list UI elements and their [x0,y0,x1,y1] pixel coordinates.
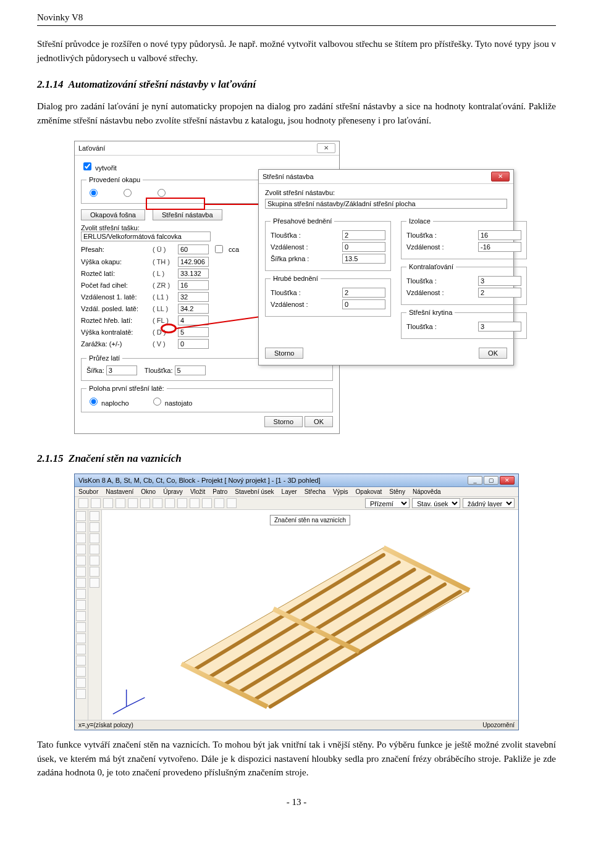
tool-icon[interactable] [76,589,86,599]
menu-item[interactable]: Opakovat [356,488,382,495]
tool-icon[interactable] [76,545,86,554]
select-stavusek[interactable]: Stav. úsek [412,498,460,508]
input-izo-vz[interactable] [478,242,521,252]
tool-icon[interactable] [76,600,86,610]
tool-icon[interactable] [90,556,99,565]
menu-item[interactable]: Výpis [333,488,348,495]
menu-item[interactable]: Layer [282,488,297,495]
close-icon[interactable]: ✕ [500,476,515,485]
btn-ok-left[interactable]: OK [305,416,333,427]
tool-icon[interactable] [90,533,99,543]
close-icon[interactable]: ✕ [491,172,510,182]
input-kontra-tl[interactable] [478,276,521,286]
minimize-icon[interactable]: _ [468,476,482,485]
group-izolace: Izolace Tloušťka : Vzdálenost : [401,217,527,259]
menu-item[interactable]: Okno [141,488,156,495]
app-statusbar: x=,y=(získat polozy) Upozornění [75,720,518,730]
menu-item[interactable]: Vložit [190,488,205,495]
menu-item[interactable]: Stavební úsek [235,488,274,495]
select-prizemi[interactable]: Přízemí [365,498,410,508]
toolbar-icon[interactable] [116,498,125,508]
radio-okap-2[interactable] [120,187,133,198]
menu-item[interactable]: Patro [212,488,227,495]
toolbar-icon[interactable] [214,498,224,508]
toolbar-icon[interactable] [177,498,187,508]
tool-icon[interactable] [90,545,99,554]
tool-icon[interactable] [76,678,86,688]
input-5[interactable] [178,304,209,314]
menu-item[interactable]: Soubor [78,488,98,495]
toolbar-icon[interactable] [91,498,101,508]
tool-icon[interactable] [90,522,99,532]
checkbox-vytvorit[interactable]: vytvořit [81,164,117,172]
sec2-num: 2.1.15 [37,453,64,464]
tool-icon[interactable] [76,622,86,632]
tool-icon[interactable] [76,567,86,577]
btn-ok-right[interactable]: OK [479,348,507,359]
input-hrube-tl[interactable] [342,288,385,298]
input-izo-tl[interactable] [478,230,521,240]
menu-item[interactable]: Stěny [389,488,405,495]
row-6: Rozteč hřeb. latí:( FL ) [81,315,266,325]
toolbar-icon[interactable] [103,498,113,508]
input-presah-sir[interactable] [342,254,385,264]
input-8[interactable] [178,339,209,349]
input-select-nastavbu[interactable] [265,199,507,209]
radio-okap-1[interactable] [86,187,99,198]
input-kryt-tl[interactable] [478,322,521,332]
tool-icon[interactable] [76,511,86,521]
input-presah-tl[interactable] [342,230,385,240]
tool-icon[interactable] [90,567,99,577]
input-presah-vz[interactable] [342,242,385,252]
tool-icon[interactable] [76,556,86,565]
checkbox-vytvorit-box[interactable] [83,162,91,170]
menu-item[interactable]: Nastavení [106,488,133,495]
maximize-icon[interactable]: ▢ [484,476,498,485]
toolbar-icon[interactable] [202,498,212,508]
menu-item[interactable]: Nápověda [413,488,441,495]
select-layer[interactable]: žádný layer [463,498,515,508]
btn-okapova-fosna[interactable]: Okapová fošna [81,209,145,220]
tool-icon[interactable] [90,511,99,521]
input-0[interactable] [178,244,209,254]
tool-icon[interactable] [90,578,99,588]
input-7[interactable] [178,327,209,337]
input-tasku[interactable] [81,232,211,241]
toolbar-icon[interactable] [128,498,138,508]
menu-item[interactable]: Úpravy [163,488,183,495]
input-6[interactable] [178,315,209,325]
tool-icon[interactable] [76,689,86,699]
tool-icon[interactable] [76,522,86,532]
tool-icon[interactable] [76,533,86,543]
input-2[interactable] [178,269,209,278]
canvas-3d-view[interactable]: Značení stěn na vaznicích [102,510,518,720]
input-sirka[interactable] [106,365,137,375]
tool-icon[interactable] [76,667,86,677]
input-tloustka[interactable] [175,365,206,375]
radio-naplocho[interactable]: naplocho [86,396,129,407]
tool-icon[interactable] [76,611,86,621]
toolbar-icon[interactable] [78,498,88,508]
input-4[interactable] [178,292,209,302]
tool-icon[interactable] [76,578,86,588]
input-1[interactable] [178,257,209,267]
close-icon[interactable]: ✕ [317,143,335,153]
radio-okap-3[interactable] [154,187,167,198]
tool-icon[interactable] [76,633,86,643]
input-kontra-vz[interactable] [478,288,521,298]
toolbar-icon[interactable] [227,498,237,508]
btn-stresni-nastavba[interactable]: Střešní nástavba [153,209,222,220]
toolbar-icon[interactable] [153,498,162,508]
toolbar-icon[interactable] [140,498,150,508]
status-right: Upozornění [482,722,515,728]
menu-item[interactable]: Střecha [305,488,326,495]
btn-storno-right[interactable]: Storno [265,348,303,359]
toolbar-icon[interactable] [190,498,200,508]
tool-icon[interactable] [76,645,86,654]
tool-icon[interactable] [76,656,86,666]
radio-nastojato[interactable]: nastojato [150,396,193,407]
toolbar-icon[interactable] [165,498,175,508]
input-hrube-vz[interactable] [342,299,385,309]
btn-storno-left[interactable]: Storno [264,416,303,427]
input-3[interactable] [178,280,209,290]
